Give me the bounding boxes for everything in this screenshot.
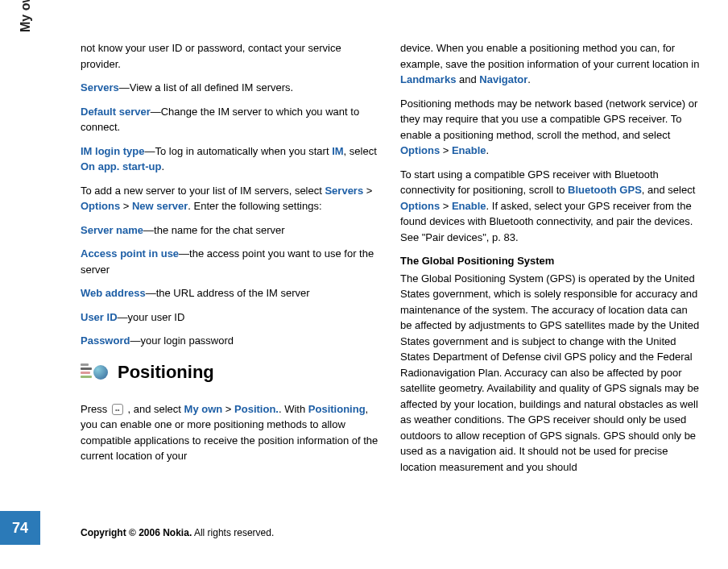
sub-heading: The Global Positioning System [400, 253, 700, 269]
ui-term: Servers [81, 81, 119, 93]
ui-term: New server [132, 200, 188, 212]
ui-term: Position. [234, 403, 279, 415]
body-text: —To log in automatically when you start [144, 145, 332, 157]
ui-term: Server name [81, 224, 143, 236]
body-text: Positioning methods may be network based… [400, 98, 697, 141]
ui-term: IM [332, 145, 343, 157]
body-text: Password—your login password [81, 333, 380, 349]
page-number: 74 [12, 517, 28, 539]
body-text: , and select [125, 403, 184, 415]
body-text: , and select [642, 184, 696, 196]
body-text: IM login type—To log in automatically wh… [81, 143, 380, 175]
body-text: The Global Positioning System (GPS) is o… [400, 271, 700, 476]
sidebar-section-label: My own [16, 0, 35, 32]
body-text: not know your user ID or password, conta… [81, 40, 380, 72]
ui-term: Navigator [479, 73, 527, 85]
section-title: Positioning [118, 359, 214, 385]
body-text: device. When you enable a positioning me… [400, 42, 699, 70]
section-heading: Positioning [81, 359, 380, 385]
body-text: Server name—the name for the chat server [81, 222, 380, 239]
body-text: . [527, 73, 531, 85]
body-text: To add a new server to your list of IM s… [81, 185, 325, 197]
body-text: Servers—View a list of all defined IM se… [81, 80, 380, 96]
body-text: Access point in use—the access point you… [81, 246, 380, 277]
content-area: not know your user ID or password, conta… [52, 16, 728, 569]
copyright-text: Copyright © 2006 Nokia. All rights reser… [81, 525, 274, 540]
body-text: > [440, 144, 452, 156]
ui-term: My own [184, 403, 223, 415]
body-text: . [486, 144, 490, 156]
body-text: > [120, 200, 132, 212]
body-text: Press •• , and select My own > Position.… [81, 401, 380, 464]
ui-term: On app. start-up [81, 160, 161, 172]
menu-key-icon: •• [112, 404, 123, 415]
body-text: and [456, 73, 479, 85]
body-text: To add a new server to your list of IM s… [81, 183, 380, 214]
body-text: > [222, 403, 234, 415]
ui-term: Default server [81, 106, 151, 118]
ui-term: Landmarks [400, 73, 456, 85]
body-text: > [440, 200, 452, 212]
body-text: . [161, 160, 164, 172]
page: My own 74 not know your user ID or passw… [0, 0, 728, 569]
sidebar: My own 74 [0, 16, 52, 569]
right-column: device. When you enable a positioning me… [400, 40, 700, 569]
ui-term: IM login type [81, 145, 144, 157]
ui-term: Access point in use [81, 247, 179, 260]
copyright-rest: All rights reserved. [192, 527, 274, 538]
globe-icon [93, 365, 108, 380]
ui-term: Bluetooth GPS [568, 184, 642, 196]
body-text: Press [81, 403, 110, 415]
positioning-icon [81, 360, 108, 383]
body-text: —your login password [130, 334, 234, 347]
ui-term: Servers [325, 185, 363, 197]
left-column: not know your user ID or password, conta… [81, 40, 380, 569]
body-text: —View a list of all defined IM servers. [119, 81, 294, 93]
body-text: User ID—your user ID [81, 309, 380, 326]
body-text: . Enter the following settings: [188, 200, 321, 212]
signal-bars-icon [81, 363, 92, 378]
ui-term: Options [81, 200, 120, 212]
ui-term: Enable [452, 144, 486, 156]
body-text: Web address—the URL address of the IM se… [81, 285, 380, 301]
body-text: , select [344, 145, 377, 157]
body-text: Positioning methods may be network based… [400, 96, 700, 159]
body-text: . With [279, 403, 308, 415]
ui-term: Positioning [308, 403, 366, 415]
body-text: —the URL address of the IM server [146, 287, 310, 299]
body-text: > [363, 185, 372, 197]
ui-term: Web address [81, 287, 146, 299]
body-text: device. When you enable a positioning me… [400, 40, 700, 88]
copyright-bold: Copyright © 2006 Nokia. [81, 527, 192, 538]
ui-term: Options [400, 200, 440, 212]
ui-term: Password [81, 334, 130, 347]
ui-term: Enable [452, 200, 486, 212]
body-text: To start using a compatible GPS receiver… [400, 167, 700, 246]
body-text: —your user ID [118, 311, 185, 323]
page-number-box: 74 [0, 511, 40, 545]
ui-term: Options [400, 144, 440, 156]
ui-term: User ID [81, 311, 118, 323]
body-text: Default server—Change the IM server to w… [81, 104, 380, 135]
body-text: —the name for the chat server [143, 224, 285, 236]
